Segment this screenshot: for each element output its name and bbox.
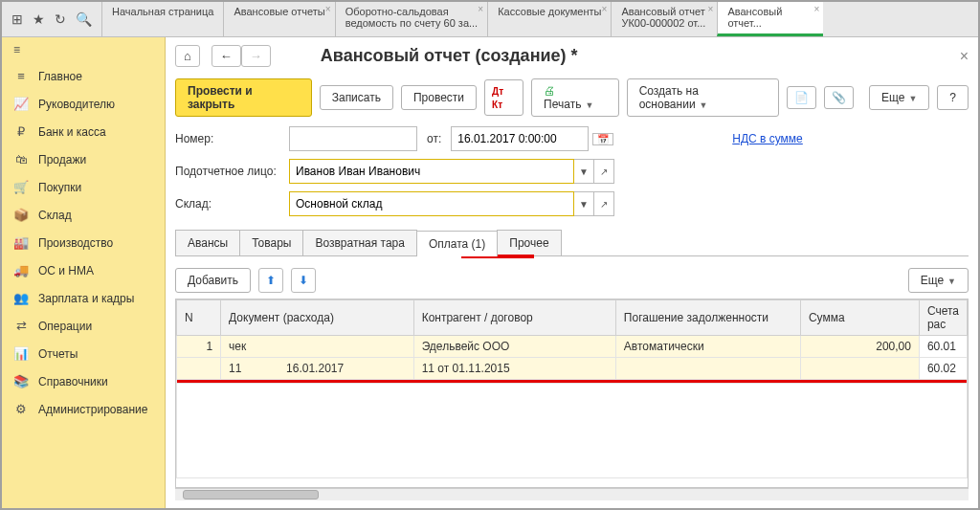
gear-icon: ⚙ [13, 402, 29, 416]
person-input[interactable] [289, 159, 574, 184]
sidebar-item-catalogs[interactable]: 📚Справочники [2, 367, 165, 395]
sidebar-item-main[interactable]: ≡Главное [2, 62, 165, 90]
star-icon: ≡ [13, 69, 29, 83]
page-title: Авансовый отчет (создание) * [321, 46, 578, 66]
document-tabs: Авансы Товары Возвратная тара Оплата (1)… [175, 230, 969, 256]
grid-toolbar: Добавить ⬆ ⬇ Еще▼ [175, 268, 969, 293]
bag-icon: 🛍 [13, 152, 29, 166]
ruble-icon: ₽ [13, 124, 29, 139]
close-icon[interactable]: × [478, 4, 483, 14]
save-button[interactable]: Записать [320, 85, 393, 110]
close-icon[interactable]: × [325, 4, 331, 14]
tab-goods[interactable]: Товары [239, 230, 303, 255]
close-button[interactable]: × [960, 48, 969, 65]
tab-advance-reports[interactable]: Авансовые отчеты× [223, 2, 334, 36]
home-button[interactable]: ⌂ [175, 45, 200, 67]
tab-cash-documents[interactable]: Кассовые документы× [487, 2, 611, 36]
col-n[interactable]: N [177, 300, 221, 336]
forward-button[interactable]: → [241, 45, 271, 67]
star-icon[interactable]: ★ [33, 11, 45, 27]
debit-credit-button[interactable]: Дт Кт [484, 79, 523, 116]
tab-advance-report-new[interactable]: Авансовыйотчет...× [717, 2, 823, 36]
sidebar-item-warehouse[interactable]: 📦Склад [2, 201, 165, 229]
back-button[interactable]: ← [212, 45, 241, 67]
vat-link[interactable]: НДС в сумме [732, 132, 803, 145]
open-icon[interactable]: ↗ [594, 191, 614, 216]
tab-advance-report-1[interactable]: Авансовый отчетУК00-000002 от...× [611, 2, 717, 36]
tab-advances[interactable]: Авансы [175, 230, 240, 255]
sidebar: ≡ ≡Главное 📈Руководителю ₽Банк и касса 🛍… [2, 37, 166, 508]
main-panel: ⌂ ←→ Авансовый отчет (создание) * × Пров… [166, 37, 978, 508]
col-repayment[interactable]: Погашение задолженности [615, 300, 800, 336]
grid: N Документ (расхода) Контрагент / догово… [175, 299, 969, 488]
horizontal-scrollbar[interactable] [175, 488, 969, 500]
top-bar: ⊞ ★ ↻ 🔍 Начальная страница Авансовые отч… [2, 2, 978, 37]
toolbar: Провести и закрыть Записать Провести Дт … [175, 78, 969, 117]
more-button[interactable]: Еще▼ [869, 85, 929, 110]
sidebar-item-sales[interactable]: 🛍Продажи [2, 145, 165, 173]
post-button[interactable]: Провести [401, 85, 477, 110]
tab-returnable[interactable]: Возвратная тара [302, 230, 417, 255]
register-button[interactable]: 📄 [787, 86, 816, 109]
tab-other[interactable]: Прочее [497, 230, 561, 255]
window-tabs: Начальная страница Авансовые отчеты× Обо… [101, 2, 978, 36]
sidebar-item-bank[interactable]: ₽Банк и касса [2, 118, 165, 145]
sidebar-item-admin[interactable]: ⚙Администрирование [2, 395, 165, 423]
sidebar-item-operations[interactable]: ⇄Операции [2, 312, 165, 340]
people-icon: 👥 [13, 291, 29, 305]
grid-header-row: N Документ (расхода) Контрагент / догово… [177, 300, 968, 336]
tab-start-page[interactable]: Начальная страница [101, 2, 223, 36]
history-icon[interactable]: ↻ [55, 11, 66, 27]
help-button[interactable]: ? [937, 85, 969, 110]
printer-icon: 🖨 [544, 84, 555, 98]
factory-icon: 🏭 [13, 235, 29, 250]
books-icon: 📚 [13, 374, 29, 388]
sidebar-item-purchases[interactable]: 🛒Покупки [2, 173, 165, 201]
add-row-button[interactable]: Добавить [175, 268, 251, 293]
close-icon[interactable]: × [602, 4, 608, 14]
chart-icon: 📈 [13, 97, 29, 111]
move-down-button[interactable]: ⬇ [291, 268, 316, 293]
col-document[interactable]: Документ (расхода) [221, 300, 414, 336]
sidebar-item-salary[interactable]: 👥Зарплата и кадры [2, 284, 165, 312]
sidebar-item-assets[interactable]: 🚚ОС и НМА [2, 256, 165, 284]
date-input[interactable] [451, 126, 589, 151]
swap-icon: ⇄ [13, 319, 29, 333]
sidebar-item-reports[interactable]: 📊Отчеты [2, 340, 165, 367]
dropdown-icon[interactable]: ▼ [574, 191, 594, 216]
calendar-icon[interactable]: 📅 [592, 133, 613, 145]
truck-icon: 🚚 [13, 263, 29, 277]
search-icon[interactable]: 🔍 [76, 11, 92, 27]
number-input[interactable] [289, 126, 417, 151]
number-label: Номер: [175, 132, 285, 145]
from-label: от: [427, 132, 441, 145]
tab-payment[interactable]: Оплата (1) [416, 231, 498, 256]
table-row[interactable]: 1 чек Эдельвейс ООО Автоматически 200,00… [177, 336, 968, 358]
warehouse-input[interactable] [289, 191, 574, 216]
move-up-button[interactable]: ⬆ [258, 268, 283, 293]
warehouse-label: Склад: [175, 197, 285, 211]
apps-icon[interactable]: ⊞ [11, 11, 23, 27]
grid-more-button[interactable]: Еще▼ [908, 268, 969, 293]
cart-icon: 🛒 [13, 180, 29, 194]
open-icon[interactable]: ↗ [594, 159, 614, 184]
sidebar-item-production[interactable]: 🏭Производство [2, 229, 165, 256]
sidebar-toggle-icon[interactable]: ≡ [2, 37, 165, 62]
bars-icon: 📊 [13, 346, 29, 361]
col-sum[interactable]: Сумма [800, 300, 919, 336]
create-from-button[interactable]: Создать на основании▼ [627, 78, 779, 117]
attach-button[interactable]: 📎 [824, 86, 854, 109]
person-label: Подотчетное лицо: [175, 165, 285, 178]
top-tools: ⊞ ★ ↻ 🔍 [2, 2, 101, 36]
print-button[interactable]: 🖨 Печать▼ [531, 78, 619, 117]
table-row[interactable]: 1116.01.2017 11 от 01.11.2015 60.02 [177, 358, 968, 380]
sidebar-item-manager[interactable]: 📈Руководителю [2, 90, 165, 118]
close-icon[interactable]: × [708, 4, 714, 14]
close-icon[interactable]: × [814, 4, 820, 14]
tab-balance-sheet[interactable]: Оборотно-сальдоваяведомость по счету 60 … [335, 2, 487, 36]
box-icon: 📦 [13, 208, 29, 222]
col-counterparty[interactable]: Контрагент / договор [413, 300, 615, 336]
post-and-close-button[interactable]: Провести и закрыть [175, 78, 312, 117]
col-accounts[interactable]: Счета рас [919, 300, 967, 336]
dropdown-icon[interactable]: ▼ [574, 159, 594, 184]
